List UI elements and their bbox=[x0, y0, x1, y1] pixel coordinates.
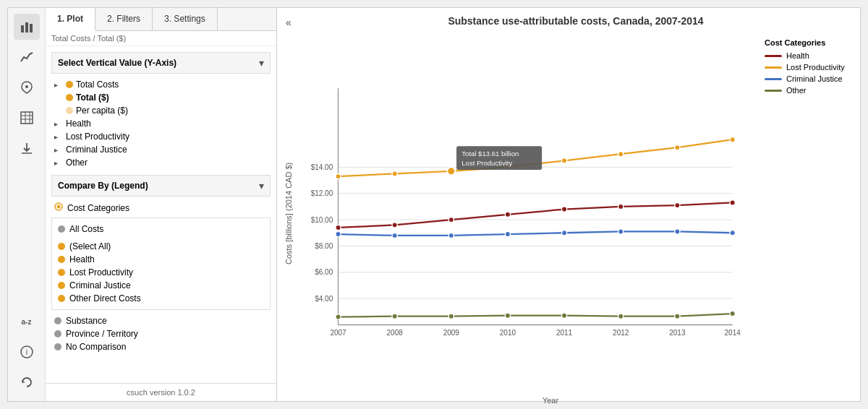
x-axis-label: Year bbox=[342, 396, 759, 405]
chart-wrapper: Costs [billions] (2014 CAD $) bbox=[284, 33, 853, 394]
chart-svg: $4.00 $6.00 $8.00 $10.00 $12.00 $14.00 2… bbox=[299, 33, 759, 394]
svg-point-55 bbox=[505, 231, 510, 236]
compare-chevron-icon: ▾ bbox=[259, 180, 264, 191]
svg-point-45 bbox=[392, 223, 397, 228]
all-costs-dot bbox=[58, 225, 65, 233]
svg-point-54 bbox=[448, 233, 454, 238]
collapse-panel-btn[interactable]: « bbox=[286, 17, 292, 28]
yaxis-section-header[interactable]: Select Vertical Value (Y-Axis) ▾ bbox=[51, 52, 271, 74]
svg-text:2011: 2011 bbox=[556, 329, 573, 337]
map-btn[interactable] bbox=[14, 74, 40, 100]
lost-prod-legend-line bbox=[765, 66, 782, 69]
legend-criminal[interactable]: Criminal Justice bbox=[58, 279, 264, 292]
legend-other-direct[interactable]: Other Direct Costs bbox=[58, 292, 264, 305]
all-costs-label: All Costs bbox=[69, 224, 103, 234]
province-dot bbox=[54, 330, 61, 337]
svg-text:2013: 2013 bbox=[669, 329, 686, 337]
lost-prod-arrow-icon: ▸ bbox=[54, 133, 63, 141]
compare-none[interactable]: No Comparison bbox=[51, 340, 271, 353]
svg-point-51 bbox=[730, 200, 735, 205]
lost-productivity-label: Lost Productivity bbox=[66, 132, 129, 142]
svg-point-48 bbox=[561, 207, 566, 212]
legend-lost-prod[interactable]: Lost Productivity bbox=[58, 266, 264, 279]
svg-text:$6.00: $6.00 bbox=[315, 268, 333, 276]
tree-criminal-justice[interactable]: ▸ Criminal Justice bbox=[51, 143, 271, 156]
chart-inner: $4.00 $6.00 $8.00 $10.00 $12.00 $14.00 2… bbox=[299, 33, 759, 394]
total-costs-label: Total Costs bbox=[76, 79, 119, 90]
compare-section-title: Compare By (Legend) bbox=[58, 181, 148, 191]
expand-arrow-icon: ▸ bbox=[54, 81, 63, 89]
chart-legend-title: Cost Categories bbox=[765, 38, 847, 47]
tree-health[interactable]: ▸ Health bbox=[51, 117, 271, 130]
compare-section-header[interactable]: Compare By (Legend) ▾ bbox=[51, 175, 271, 197]
criminal-legend-line bbox=[765, 78, 782, 80]
svg-point-67 bbox=[730, 311, 735, 316]
tab-plot[interactable]: 1. Plot bbox=[46, 8, 95, 31]
tab-filters[interactable]: 2. Filters bbox=[95, 8, 153, 30]
svg-text:i: i bbox=[25, 348, 27, 356]
criminal-justice-label: Criminal Justice bbox=[66, 145, 127, 155]
health-legend-label: Health bbox=[786, 51, 809, 60]
svg-point-66 bbox=[675, 314, 680, 319]
svg-point-40 bbox=[561, 158, 566, 163]
chart-title: Substance use-attributable costs, Canada… bbox=[299, 15, 853, 27]
yaxis-chevron-icon: ▾ bbox=[259, 57, 264, 69]
info-btn[interactable]: i bbox=[14, 339, 40, 365]
legend-health[interactable]: Health bbox=[58, 253, 264, 266]
criminal-arrow-icon: ▸ bbox=[54, 146, 63, 154]
line-chart-btn[interactable] bbox=[14, 44, 40, 70]
other-label: Other bbox=[66, 158, 88, 168]
cost-categories-item[interactable]: Cost Categories bbox=[51, 201, 271, 215]
side-panel: 1. Plot 2. Filters 3. Settings Total Cos… bbox=[46, 8, 277, 401]
compare-province[interactable]: Province / Territory bbox=[51, 327, 271, 340]
cost-cat-bullet-icon bbox=[54, 202, 63, 211]
svg-point-61 bbox=[392, 314, 397, 319]
legend-select-all[interactable]: (Select All) bbox=[58, 240, 264, 253]
svg-text:$4.00: $4.00 bbox=[315, 295, 333, 303]
health-legend-line bbox=[765, 55, 782, 57]
bar-chart-btn[interactable] bbox=[14, 14, 40, 40]
health-arrow-icon: ▸ bbox=[54, 120, 63, 128]
svg-point-46 bbox=[448, 217, 454, 222]
lost-prod-legend-label: Lost Productivity bbox=[786, 63, 845, 72]
no-comparison-label: No Comparison bbox=[66, 342, 126, 352]
svg-point-13 bbox=[57, 205, 61, 209]
tab-settings[interactable]: 3. Settings bbox=[153, 8, 218, 30]
substance-label: Substance bbox=[66, 316, 107, 326]
svg-text:2007: 2007 bbox=[330, 329, 346, 337]
other-arrow-icon: ▸ bbox=[54, 159, 63, 167]
tree-total-costs[interactable]: ▸ Total Costs bbox=[51, 78, 271, 91]
chart-area: « Substance use-attributable costs, Cana… bbox=[277, 8, 860, 401]
criminal-dot bbox=[58, 282, 65, 289]
tree-other[interactable]: ▸ Other bbox=[51, 156, 271, 169]
main-container: a-z i 1. Plot 2. Filters 3. Settings Tot… bbox=[7, 7, 861, 402]
tree-total-dollar[interactable]: Total ($) bbox=[63, 91, 271, 104]
legend-box: All Costs (Select All) Health Lost Produ… bbox=[51, 218, 271, 310]
az-btn[interactable]: a-z bbox=[14, 309, 40, 335]
svg-point-36 bbox=[336, 173, 341, 178]
criminal-legend-label: Criminal Justice bbox=[786, 74, 843, 83]
tree-per-capita[interactable]: Per capita ($) bbox=[63, 104, 271, 117]
chart-legend-lost-prod: Lost Productivity bbox=[765, 63, 847, 72]
health-dot bbox=[58, 256, 65, 263]
legend-criminal-label: Criminal Justice bbox=[69, 280, 131, 290]
svg-point-47 bbox=[505, 212, 510, 217]
svg-rect-1 bbox=[25, 22, 28, 33]
yaxis-section-title: Select Vertical Value (Y-Axis) bbox=[58, 58, 176, 68]
table-btn[interactable] bbox=[14, 105, 40, 131]
per-capita-label: Per capita ($) bbox=[76, 106, 128, 116]
legend-lost-prod-label: Lost Productivity bbox=[69, 267, 133, 277]
svg-point-62 bbox=[448, 314, 454, 319]
tree-lost-productivity[interactable]: ▸ Lost Productivity bbox=[51, 130, 271, 143]
no-comparison-dot bbox=[54, 343, 61, 350]
compare-substance[interactable]: Substance bbox=[51, 314, 271, 327]
legend-all-costs[interactable]: All Costs bbox=[58, 223, 264, 236]
province-label: Province / Territory bbox=[66, 329, 138, 339]
svg-point-63 bbox=[505, 313, 510, 318]
svg-text:2008: 2008 bbox=[387, 329, 404, 337]
total-dollar-label: Total ($) bbox=[76, 92, 109, 103]
icon-bar: a-z i bbox=[8, 8, 46, 401]
download-btn[interactable] bbox=[14, 135, 40, 161]
reset-btn[interactable] bbox=[14, 369, 40, 395]
svg-point-65 bbox=[618, 314, 624, 319]
